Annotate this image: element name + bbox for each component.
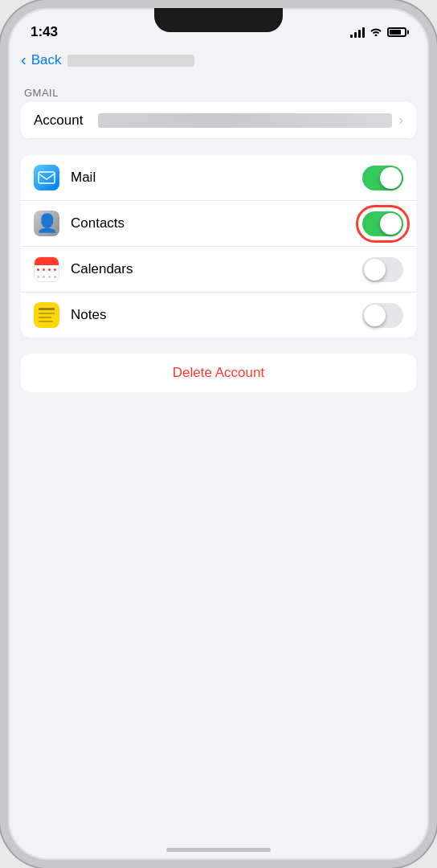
contacts-label: Contacts: [71, 215, 362, 231]
contacts-app-icon: 👤: [34, 211, 59, 236]
back-label: Back: [31, 52, 62, 68]
contacts-row: 👤 Contacts: [21, 201, 416, 247]
calendars-toggle[interactable]: [362, 257, 403, 282]
wifi-icon: [370, 26, 382, 39]
status-icons: [350, 26, 406, 39]
status-time: 1:43: [31, 24, 58, 40]
notes-row: Notes: [21, 293, 416, 338]
account-value: [98, 113, 392, 128]
notes-label: Notes: [71, 307, 362, 323]
delete-account-button[interactable]: Delete Account: [21, 354, 416, 392]
account-label: Account: [34, 113, 98, 129]
back-chevron-icon: ‹: [21, 51, 27, 69]
contacts-toggle[interactable]: [362, 211, 403, 236]
calendars-label: Calendars: [71, 261, 362, 277]
toggle-list: Mail 👤 Contacts: [21, 155, 416, 338]
content: GMAIL Account › Mail: [8, 76, 429, 415]
nav-email: ●●●●●●●●●●●●●●●●●●●●: [67, 55, 194, 67]
calendars-row: Calendars: [21, 247, 416, 293]
account-card: Account ›: [21, 102, 416, 139]
notes-toggle[interactable]: [362, 303, 403, 328]
phone-frame: 1:43 ‹ Back ●●●●●●●●●●●●●●●●●●●●: [0, 0, 437, 868]
mail-label: Mail: [71, 170, 362, 186]
back-button[interactable]: ‹ Back: [21, 51, 61, 69]
mail-app-icon: [34, 165, 59, 190]
section-label: GMAIL: [8, 82, 429, 102]
nav-bar: ‹ Back ●●●●●●●●●●●●●●●●●●●●: [8, 48, 429, 76]
notch: [154, 8, 283, 32]
signal-icon: [350, 27, 365, 38]
notes-app-icon: [34, 302, 59, 328]
account-row: Account ›: [21, 102, 416, 139]
calendars-app-icon: [34, 256, 59, 282]
account-arrow-icon: ›: [398, 112, 403, 129]
battery-icon: [387, 27, 406, 37]
mail-toggle[interactable]: [362, 166, 403, 190]
svg-rect-0: [39, 172, 55, 183]
home-indicator: [166, 848, 271, 852]
delete-account-card: Delete Account: [21, 354, 416, 392]
mail-row: Mail: [21, 155, 416, 201]
